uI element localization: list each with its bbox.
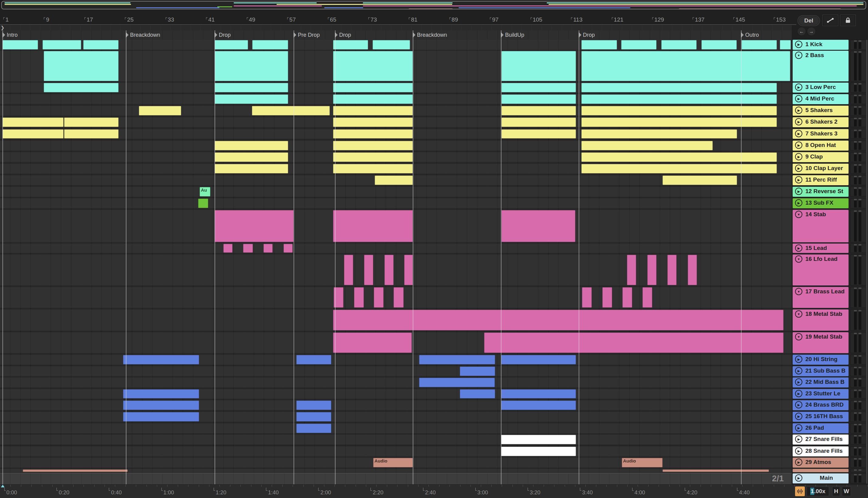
play-icon[interactable]: ▶ xyxy=(795,130,802,137)
track-header[interactable]: ▼16 Lfo Lead xyxy=(793,254,848,286)
clip[interactable] xyxy=(333,83,413,92)
clip[interactable] xyxy=(501,94,576,104)
clip[interactable] xyxy=(215,210,294,242)
scrub-area[interactable] xyxy=(0,25,792,30)
nav-forward-button[interactable]: → xyxy=(807,27,815,36)
play-icon[interactable]: ▶ xyxy=(795,367,802,375)
clip[interactable] xyxy=(333,129,413,139)
clip[interactable] xyxy=(252,40,288,50)
track-header[interactable]: ▶26 Pad xyxy=(793,423,848,433)
track-header[interactable]: ▶24 Brass BRD xyxy=(793,400,848,410)
clip[interactable] xyxy=(623,287,632,307)
play-icon[interactable]: ▶ xyxy=(795,41,802,48)
clip[interactable] xyxy=(384,255,394,285)
track-header[interactable]: ▶6 Shakers 2 xyxy=(793,117,848,127)
clip[interactable] xyxy=(394,287,404,307)
clip[interactable] xyxy=(333,141,413,150)
clip[interactable] xyxy=(582,94,777,104)
track-header[interactable]: ▶23 Stutter Le xyxy=(793,389,848,399)
clip[interactable] xyxy=(460,367,495,376)
clip[interactable] xyxy=(582,106,777,115)
clip[interactable] xyxy=(42,40,81,50)
clip[interactable] xyxy=(701,40,737,50)
clip[interactable] xyxy=(582,118,777,127)
clip[interactable] xyxy=(374,287,384,307)
clip[interactable] xyxy=(64,118,118,127)
locator-flag[interactable]: BuildUp xyxy=(501,31,524,39)
track-header[interactable]: ▶22 Mid Bass B xyxy=(793,378,848,388)
clip[interactable] xyxy=(123,389,199,398)
track-header[interactable]: ▶15 Lead xyxy=(793,244,848,253)
clip[interactable] xyxy=(667,255,677,285)
track-header[interactable]: ▶11 Perc Riff xyxy=(793,175,848,185)
clip[interactable] xyxy=(243,244,253,253)
track-header[interactable]: ▼17 Brass Lead xyxy=(793,287,848,308)
clip[interactable] xyxy=(375,175,413,185)
play-icon[interactable]: ▶ xyxy=(795,153,802,160)
vertical-scrollbar[interactable] xyxy=(866,40,867,484)
clip[interactable] xyxy=(198,199,208,208)
clip[interactable] xyxy=(501,447,576,456)
clip[interactable] xyxy=(621,40,656,50)
clip[interactable] xyxy=(83,40,118,50)
clip[interactable] xyxy=(139,106,181,115)
clip[interactable] xyxy=(663,470,769,472)
clip[interactable] xyxy=(333,210,413,242)
track-header[interactable]: ▶5 Shakers xyxy=(793,106,848,116)
delete-button[interactable]: Del xyxy=(798,16,819,26)
clip[interactable] xyxy=(296,423,331,433)
locator-flag[interactable]: Drop xyxy=(215,31,231,39)
clip[interactable] xyxy=(354,287,364,307)
clip[interactable]: Au xyxy=(200,187,210,196)
arrangement-overview[interactable] xyxy=(1,1,866,10)
clip[interactable] xyxy=(2,118,64,127)
play-icon[interactable]: ▶ xyxy=(795,390,802,397)
clip[interactable] xyxy=(419,355,495,364)
play-icon[interactable]: ▶ xyxy=(795,474,802,482)
play-icon[interactable]: ▶ xyxy=(795,142,802,149)
clip[interactable] xyxy=(582,287,592,307)
clip[interactable] xyxy=(642,287,652,307)
play-icon[interactable]: ▶ xyxy=(795,199,802,207)
clip[interactable] xyxy=(64,129,118,139)
play-icon[interactable]: ▶ xyxy=(795,83,802,91)
track-header[interactable]: ▶27 Snare Fills xyxy=(793,434,848,445)
clip[interactable] xyxy=(582,40,617,50)
track-header[interactable]: ▶29 Atmos xyxy=(793,458,848,468)
locator-flag[interactable]: Intro xyxy=(2,31,18,39)
clip[interactable] xyxy=(215,83,288,92)
locator-flag[interactable]: Breackdown xyxy=(126,31,160,39)
clip[interactable] xyxy=(647,255,656,285)
track-header[interactable]: ▶12 Reverse St xyxy=(793,187,848,197)
clip[interactable] xyxy=(44,51,118,81)
track-header[interactable]: ▶20 Hi String xyxy=(793,355,848,365)
play-icon[interactable]: ▶ xyxy=(795,188,802,195)
play-icon[interactable]: ▶ xyxy=(795,245,802,252)
clip[interactable] xyxy=(404,255,413,285)
nav-back-button[interactable]: ← xyxy=(797,27,806,36)
clip[interactable] xyxy=(296,401,331,410)
clip[interactable] xyxy=(501,389,576,398)
playhead-marker[interactable] xyxy=(1,485,4,487)
clip[interactable] xyxy=(501,401,576,410)
locator-flag[interactable]: Breackdown xyxy=(413,31,447,39)
clip[interactable] xyxy=(501,129,576,139)
track-header[interactable]: ▶28 Snare Fills xyxy=(793,446,848,456)
play-icon[interactable]: ▶ xyxy=(795,356,802,363)
play-icon[interactable]: ▶ xyxy=(795,165,802,172)
clip[interactable] xyxy=(501,355,576,364)
play-icon[interactable]: ▶ xyxy=(795,447,802,455)
playback-speed-field[interactable]: 1.00x xyxy=(807,486,829,496)
play-icon[interactable]: ▶ xyxy=(795,413,802,420)
clip[interactable] xyxy=(501,106,576,115)
clip[interactable] xyxy=(23,470,128,472)
clip[interactable] xyxy=(296,412,331,421)
track-header[interactable]: ▼2 Bass xyxy=(793,51,848,81)
main-track-lane[interactable] xyxy=(0,473,792,484)
unfold-icon[interactable]: ▼ xyxy=(795,333,802,340)
play-icon[interactable]: ▶ xyxy=(795,118,802,126)
clip[interactable] xyxy=(602,287,612,307)
track-header[interactable]: ▶10 Clap Layer xyxy=(793,164,848,174)
clip[interactable] xyxy=(215,153,288,162)
play-icon[interactable]: ▶ xyxy=(795,424,802,432)
